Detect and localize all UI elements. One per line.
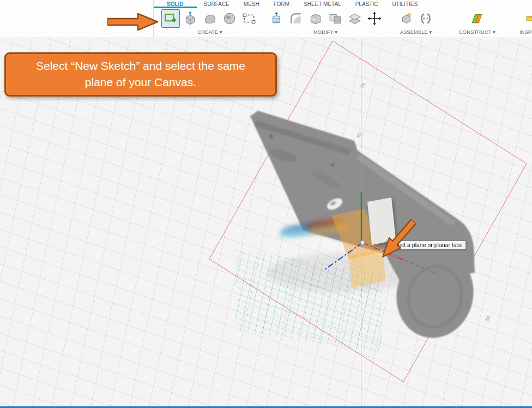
tab-utilities[interactable]: UTILITIES [385, 0, 425, 8]
offset-face-button[interactable] [346, 9, 364, 28]
extrude-cube-icon [183, 11, 197, 26]
new-component-icon [399, 11, 413, 26]
assemble-group: ASSEMBLE ▾ [389, 8, 443, 38]
tab-form[interactable]: FORM [267, 0, 297, 8]
move-button[interactable] [365, 9, 384, 28]
origin-point [360, 241, 365, 245]
extrude-button[interactable] [181, 9, 200, 28]
assemble-group-label[interactable]: ASSEMBLE ▾ [400, 29, 432, 35]
press-pull-icon [269, 11, 283, 26]
construct-group-label[interactable]: CONSTRUCT ▾ [459, 29, 495, 35]
fillet-icon [289, 11, 303, 26]
create-group-label[interactable]: CREATE ▾ [197, 29, 222, 35]
tab-plastic[interactable]: PLASTIC [348, 0, 385, 8]
joint-button[interactable] [416, 9, 435, 28]
combine-button[interactable] [326, 9, 344, 28]
modify-group-label[interactable]: MODIFY ▾ [313, 29, 337, 35]
modify-group: MODIFY ▾ [264, 8, 387, 38]
shell-icon [309, 11, 323, 26]
form-blob-icon [203, 11, 217, 26]
ribbon-tabbar: SOLID SURFACE MESH FORM SHEET METAL PLAS… [154, 0, 532, 8]
measure-button[interactable] [523, 9, 532, 28]
ribbon-groups: CREATE ▾ [154, 8, 532, 38]
fillet-button[interactable] [287, 9, 305, 28]
press-pull-button[interactable] [267, 9, 286, 28]
combine-icon [328, 11, 342, 26]
create-form-button[interactable] [201, 9, 219, 28]
instruction-callout: Select “New Sketch” and select the same … [4, 52, 277, 97]
annotation-arrow-toolbar [107, 13, 159, 31]
measure-ruler-icon [525, 11, 532, 26]
pattern-marquee-icon [242, 11, 256, 26]
instruction-text: Select “New Sketch” and select the same … [36, 59, 245, 88]
tab-surface[interactable]: SURFACE [197, 0, 237, 8]
inspect-group: INSPECT ▾ [512, 8, 532, 38]
new-sketch-button[interactable] [161, 9, 180, 28]
tab-solid[interactable]: SOLID [154, 0, 197, 8]
new-sketch-icon [164, 11, 178, 26]
move-cross-icon [367, 11, 382, 26]
offset-planes-icon [348, 11, 362, 26]
construct-plane-icon [470, 11, 484, 26]
construct-group: CONSTRUCT ▾ [445, 8, 510, 38]
shell-button[interactable] [306, 9, 325, 28]
pattern-button[interactable] [240, 9, 258, 28]
sphere-button[interactable] [220, 9, 239, 28]
create-group: CREATE ▾ [158, 8, 262, 38]
tab-sheet-metal[interactable]: SHEET METAL [297, 0, 348, 8]
new-component-button[interactable] [397, 9, 415, 28]
ribbon: SOLID SURFACE MESH FORM SHEET METAL PLAS… [153, 0, 532, 38]
tab-mesh[interactable]: MESH [237, 0, 267, 8]
joint-icon [419, 11, 433, 26]
sphere-icon [222, 11, 237, 26]
inspect-group-label[interactable]: INSPECT ▾ [519, 29, 532, 35]
application-toolbar: SOLID SURFACE MESH FORM SHEET METAL PLAS… [0, 0, 532, 38]
construct-plane-button[interactable] [468, 9, 486, 28]
